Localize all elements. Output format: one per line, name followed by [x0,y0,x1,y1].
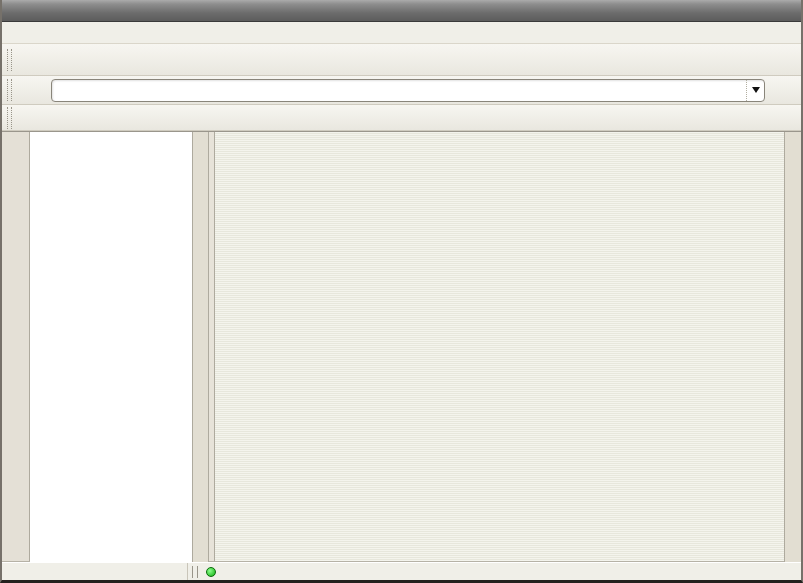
folder-grid [215,132,784,135]
sticky-button[interactable] [28,4,42,18]
folder-view [215,132,784,562]
main-toolbar [2,44,801,76]
maximize-button[interactable] [764,3,779,18]
go-button[interactable] [772,78,796,102]
statusbar-grip[interactable] [192,566,198,578]
toolbar-handle[interactable] [7,49,12,71]
location-input[interactable] [51,79,765,102]
titlebar[interactable] [2,0,801,22]
content-area [2,131,801,562]
bookmarks-toolbar [2,105,801,131]
clear-location-button[interactable] [17,78,41,102]
view-scrollbar[interactable] [784,132,801,562]
window-folder-icon[interactable] [6,3,24,19]
location-dropdown-button[interactable] [746,80,764,101]
konqueror-window [0,0,803,583]
toolbar-handle[interactable] [7,107,12,129]
status-led-icon [206,567,216,577]
statusbar [2,562,801,580]
chevron-down-icon [752,87,760,93]
close-button[interactable] [782,3,797,18]
location-toolbar [2,76,801,105]
toolbar-handle[interactable] [7,79,12,101]
navigation-panel-tabs [2,132,30,562]
folder-tree [30,132,193,562]
window-buttons [746,3,797,18]
checkmark-icon[interactable] [780,565,794,579]
menubar [2,22,801,44]
tree-scrollbar[interactable] [193,132,209,562]
minimize-button[interactable] [746,3,761,18]
statusbar-spacer [2,563,188,580]
folder-icon [57,83,73,97]
